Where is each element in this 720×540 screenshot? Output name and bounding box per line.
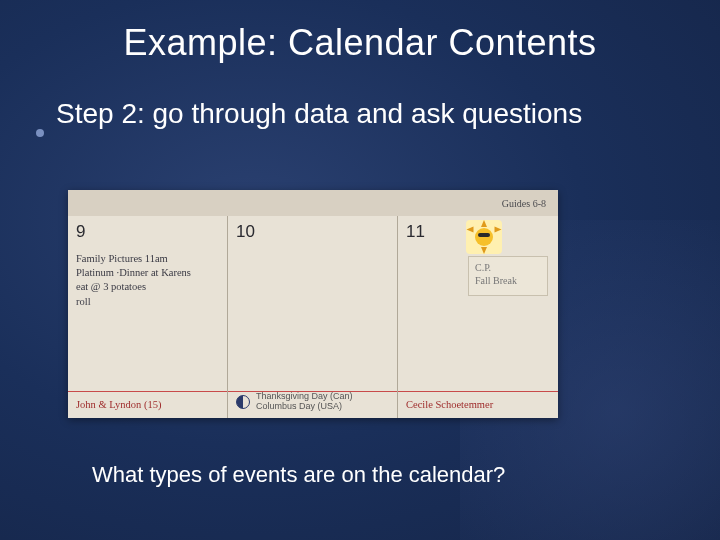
caption-question: What types of events are on the calendar… [92,462,505,488]
slide-title: Example: Calendar Contents [0,22,720,64]
red-rule [398,391,558,392]
sticky-line: C.P. [475,261,541,274]
day-events: Family Pictures 11am Platinum ·Dinner at… [76,252,219,309]
calendar-photo: Guides 6-8 9 Family Pictures 11am Platin… [68,190,558,418]
sun-icon [471,224,497,250]
footer-row: Thanksgiving Day (Can) Columbus Day (USA… [236,392,353,412]
day-number: 10 [236,222,389,242]
calendar-header-strip: Guides 6-8 [68,190,558,216]
sun-sticker [466,220,502,254]
bottom-red-note: Cecile Schoetemmer [406,399,493,410]
sticky-note: C.P. Fall Break [468,256,548,296]
bullet-text: Step 2: go through data and ask question… [56,98,582,130]
red-rule [68,391,227,392]
bullet-dot-icon [36,129,44,137]
calendar-col-9: 9 Family Pictures 11am Platinum ·Dinner … [68,216,228,418]
bottom-red-note: John & Lyndon (15) [76,399,161,410]
header-note: Guides 6-8 [502,198,546,209]
calendar-col-10: 10 Thanksgiving Day (Can) Columbus Day (… [228,216,398,418]
bullet-row: Step 2: go through data and ask question… [36,98,582,130]
calendar-grid: 9 Family Pictures 11am Platinum ·Dinner … [68,216,558,418]
footer-label: Columbus Day (USA) [256,402,353,412]
calendar-col-11: 11 C.P. Fall Break Cecile Schoetemmer [398,216,558,418]
moon-phase-icon [236,395,250,409]
day-number: 9 [76,222,219,242]
sticky-line: Fall Break [475,274,541,287]
